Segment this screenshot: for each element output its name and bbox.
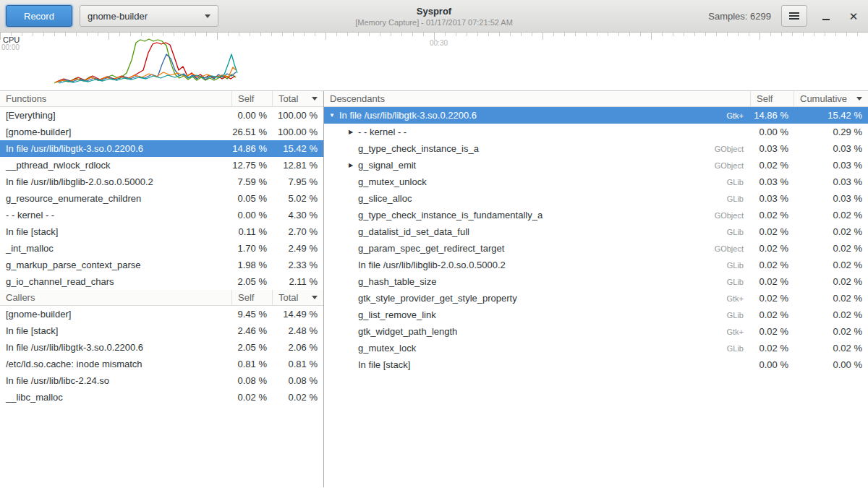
descendant-name: In file /usr/lib/libglib-2.0.so.0.5000.2 [357,260,727,270]
self-value: 0.11 % [232,226,273,237]
descendant-name: gtk_style_provider_get_style_property [357,293,726,304]
descendant-row[interactable]: g_type_check_instance_is_a GObject 0.03 … [324,140,868,157]
expander-icon[interactable] [345,162,357,168]
column-header-self[interactable]: Self [232,290,273,305]
descendant-name: - - kernel - - [357,127,744,137]
descendant-row[interactable]: gtk_widget_path_length Gtk+ 0.02 % 0.02 … [324,323,868,340]
column-header-total[interactable]: Total [273,91,323,106]
self-value: 0.02 % [751,309,794,320]
function-row[interactable]: g_io_channel_read_chars 2.05 % 2.11 % [0,273,323,290]
cumulative-value: 0.02 % [794,276,868,287]
function-row[interactable]: _int_malloc 1.70 % 2.49 % [0,240,323,257]
column-header-callers[interactable]: Callers [0,290,232,305]
caller-row[interactable]: __libc_malloc 0.02 % 0.02 % [0,389,323,406]
function-row[interactable]: In file /usr/lib/libgtk-3.so.0.2200.6 14… [0,140,323,157]
caller-row[interactable]: [gnome-builder] 9.45 % 14.49 % [0,306,323,322]
menu-button[interactable] [781,5,807,27]
column-header-total-label: Total [278,292,298,303]
minimize-button[interactable] [817,7,835,25]
descendant-row[interactable]: g_datalist_id_set_data_full GLib 0.02 % … [324,223,868,240]
column-header-functions[interactable]: Functions [0,91,232,106]
chevron-down-icon [205,14,210,18]
descendant-row[interactable]: g_signal_emit GObject 0.02 % 0.03 % [324,157,868,174]
column-header-self[interactable]: Self [751,91,794,106]
function-row[interactable]: [Everything] 0.00 % 100.00 % [0,107,323,124]
function-name: g_io_channel_read_chars [0,276,232,287]
cumulative-value: 0.29 % [794,127,868,137]
caller-name: /etc/ld.so.cache: inode mismatch [0,359,232,369]
cumulative-value: 0.03 % [794,193,868,204]
cumulative-value: 0.02 % [794,309,868,320]
descendant-row[interactable]: g_mutex_unlock GLib 0.03 % 0.03 % [324,174,868,190]
total-value: 2.49 % [273,243,323,254]
function-name: g_markup_parse_context_parse [0,260,232,270]
descendant-row[interactable]: gtk_style_provider_get_style_property Gt… [324,290,868,307]
functions-pane: Functions Self Total [Everything] 0.00 %… [0,91,324,487]
caller-row[interactable]: In file [stack] 2.46 % 2.48 % [0,322,323,339]
total-value: 12.81 % [273,160,323,171]
descendant-row[interactable]: g_param_spec_get_redirect_target GObject… [324,240,868,257]
cumulative-value: 0.03 % [794,160,868,171]
column-header-self[interactable]: Self [232,91,273,106]
caller-name: In file /usr/lib/libc-2.24.so [0,375,232,386]
self-value: 0.00 % [751,359,794,370]
caller-name: [gnome-builder] [0,309,232,320]
function-row[interactable]: __pthread_rwlock_rdlock 12.75 % 12.81 % [0,157,323,174]
function-row[interactable]: In file [stack] 0.11 % 2.70 % [0,223,323,240]
total-value: 5.02 % [273,193,323,204]
process-selector-label: gnome-builder [88,11,148,22]
record-button[interactable]: Record [6,5,72,27]
descendant-name: g_type_check_instance_is_fundamentally_a [357,210,715,221]
self-value: 2.46 % [232,325,273,336]
caller-row[interactable]: /etc/ld.so.cache: inode mismatch 0.81 % … [0,356,323,372]
expander-icon[interactable] [345,129,357,135]
column-header-total[interactable]: Total [273,290,323,305]
function-row[interactable]: g_markup_parse_context_parse 1.98 % 2.33… [0,257,323,273]
descendant-row[interactable]: - - kernel - - 0.00 % 0.29 % [324,124,868,140]
sort-descending-icon [856,97,862,100]
sort-descending-icon [312,97,318,100]
function-name: In file /usr/lib/libglib-2.0.so.0.5000.2 [0,176,232,187]
descendant-row[interactable]: In file [stack] 0.00 % 0.00 % [324,356,868,373]
function-row[interactable]: [gnome-builder] 26.51 % 100.00 % [0,124,323,140]
library-badge: Gtk+ [726,328,751,336]
descendant-row[interactable]: In file /usr/lib/libglib-2.0.so.0.5000.2… [324,257,868,273]
expander-icon[interactable] [326,112,338,119]
functions-table-header: Functions Self Total [0,91,323,107]
descendant-row[interactable]: g_slice_alloc GLib 0.03 % 0.03 % [324,190,868,207]
self-value: 26.51 % [232,127,273,137]
function-name: [Everything] [0,110,232,121]
descendant-row[interactable]: g_mutex_lock GLib 0.02 % 0.02 % [324,340,868,356]
descendant-row[interactable]: g_list_remove_link GLib 0.02 % 0.02 % [324,307,868,323]
descendant-row[interactable]: In file /usr/lib/libgtk-3.so.0.2200.6 Gt… [324,107,868,124]
descendant-name: g_mutex_unlock [357,176,727,187]
self-value: 0.02 % [751,276,794,287]
descendant-row[interactable]: g_type_check_instance_is_fundamentally_a… [324,207,868,223]
total-value: 0.08 % [273,375,323,386]
self-value: 0.00 % [232,210,273,221]
function-row[interactable]: In file /usr/lib/libglib-2.0.so.0.5000.2… [0,174,323,190]
descendant-name: In file [stack] [357,359,744,370]
function-row[interactable]: g_resource_enumerate_children 0.05 % 5.0… [0,190,323,207]
descendant-name: g_mutex_lock [357,343,727,354]
self-value: 12.75 % [232,160,273,171]
function-name: In file /usr/lib/libgtk-3.so.0.2200.6 [0,143,232,154]
cpu-timeline[interactable]: CPU 00:00 00:30 [0,33,868,90]
total-value: 15.42 % [273,143,323,154]
column-header-cumulative[interactable]: Cumulative [794,91,868,106]
window-title: Sysprof [217,6,651,17]
column-header-descendants[interactable]: Descendants [324,91,751,106]
self-value: 0.02 % [751,210,794,221]
descendant-name: gtk_widget_path_length [357,326,726,337]
descendant-row[interactable]: g_hash_table_size GLib 0.02 % 0.02 % [324,273,868,290]
total-value: 100.00 % [273,110,323,121]
library-badge: GLib [727,178,751,187]
caller-row[interactable]: In file /usr/lib/libgtk-3.so.0.2200.6 2.… [0,339,323,356]
caller-row[interactable]: In file /usr/lib/libc-2.24.so 0.08 % 0.0… [0,372,323,389]
function-row[interactable]: - - kernel - - 0.00 % 4.30 % [0,207,323,223]
self-value: 7.59 % [232,176,273,187]
close-button[interactable]: ✕ [845,7,862,25]
process-selector[interactable]: gnome-builder [80,5,218,27]
descendant-name: g_type_check_instance_is_a [357,143,715,154]
total-value: 100.00 % [273,127,323,137]
